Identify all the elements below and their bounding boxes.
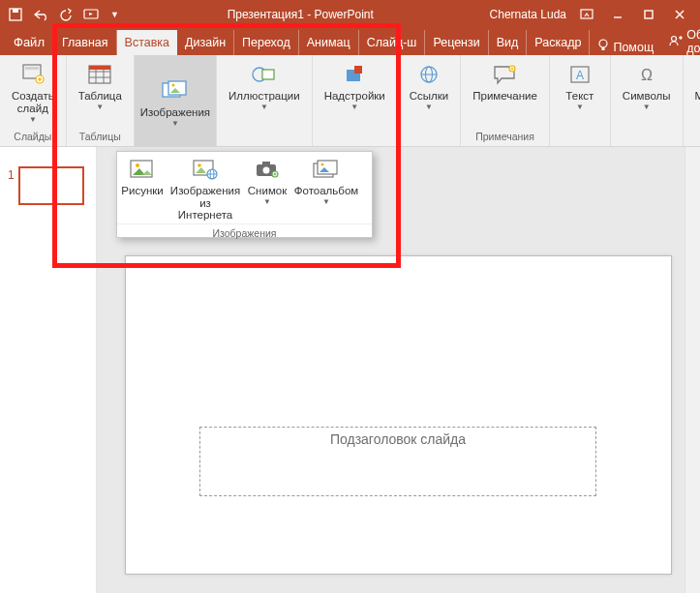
user-name[interactable]: Chernata Luda [482, 8, 574, 21]
chevron-down-icon: ▼ [260, 104, 268, 111]
table-label: Таблица [78, 90, 122, 103]
addins-icon [339, 61, 370, 88]
tell-me[interactable]: Помощ [590, 39, 661, 55]
group-comments-label: Примечания [475, 131, 534, 144]
group-images: Изображения ▼ [135, 55, 217, 146]
subtitle-placeholder[interactable]: Подзаголовок слайда [199, 427, 596, 496]
tab-storyboard[interactable]: Раскадр [527, 30, 590, 55]
pictures-button[interactable]: Рисунки [117, 152, 167, 223]
group-slides-label: Слайды [14, 131, 51, 144]
title-bar: ▼ Презентация1 - PowerPoint Chernata Lud… [0, 0, 700, 28]
svg-rect-5 [645, 11, 653, 18]
links-button[interactable]: Ссылки ▼ [404, 59, 455, 113]
tab-transitions[interactable]: Переход [234, 30, 299, 55]
new-slide-icon [17, 61, 48, 88]
svg-point-8 [599, 40, 607, 47]
popup-group-label: Изображения [117, 223, 372, 242]
photoalbum-button[interactable]: Фотоальбом ▼ [291, 152, 361, 223]
tab-animations[interactable]: Анимац [299, 30, 359, 55]
illustrations-label: Иллюстрации [228, 90, 300, 103]
tab-slideshow[interactable]: Слайд-ш [359, 30, 426, 55]
tab-insert[interactable]: Вставка [117, 30, 177, 55]
tell-me-label: Помощ [613, 41, 654, 54]
table-button[interactable]: Таблица ▼ [73, 59, 128, 113]
qat-more-icon[interactable]: ▼ [110, 10, 119, 19]
qat: ▼ [0, 7, 119, 22]
online-pictures-label-2: из Интернета [173, 197, 237, 222]
group-symbols: Ω Символы ▼ [611, 55, 684, 146]
links-label: Ссылки [410, 90, 449, 103]
svg-point-10 [672, 36, 677, 41]
svg-rect-1 [13, 9, 18, 13]
screenshot-button[interactable]: Снимок ▼ [243, 152, 291, 223]
ribbon-display-options-icon[interactable] [574, 0, 599, 28]
start-from-beginning-icon[interactable] [83, 8, 101, 21]
images-button[interactable]: Изображения ▼ [135, 55, 216, 146]
svg-point-55 [321, 163, 324, 166]
thumbnail-pane[interactable]: 1 [0, 147, 97, 593]
comment-label: Примечание [472, 90, 537, 103]
undo-icon[interactable] [33, 8, 50, 21]
images-icon [160, 77, 191, 104]
svg-text:Ω: Ω [641, 67, 653, 83]
camera-icon [251, 156, 284, 183]
symbols-label: Символы [623, 90, 671, 103]
pictures-label: Рисунки [121, 185, 163, 197]
tab-design[interactable]: Дизайн [177, 30, 234, 55]
chevron-down-icon: ▼ [29, 116, 37, 124]
ribbon: Создать слайд ▼ Слайды Таблица ▼ Таблицы… [0, 55, 700, 147]
group-illustrations: Иллюстрации ▼ [217, 55, 313, 146]
illustrations-button[interactable]: Иллюстрации ▼ [223, 59, 306, 113]
online-picture-icon [189, 156, 222, 183]
vertical-scrollbar[interactable] [685, 147, 700, 593]
chevron-down-icon: ▼ [643, 104, 651, 111]
group-addins: Надстройки ▼ [313, 55, 398, 146]
svg-point-41 [136, 163, 139, 167]
svg-point-43 [198, 163, 201, 167]
tab-review[interactable]: Рецензи [425, 30, 488, 55]
comment-icon [490, 61, 521, 88]
tab-home[interactable]: Главная [54, 30, 117, 55]
svg-text:A: A [576, 69, 584, 82]
new-slide-button[interactable]: Создать слайд ▼ [6, 59, 60, 126]
svg-rect-48 [262, 162, 270, 165]
photoalbum-label: Фотоальбом [294, 185, 358, 197]
redo-icon[interactable] [60, 8, 74, 21]
share-button[interactable]: Общий доступ [661, 28, 700, 55]
lightbulb-icon [597, 39, 609, 55]
table-icon [84, 61, 115, 88]
group-comments: Примечание Примечания [461, 55, 550, 146]
share-icon [669, 34, 683, 50]
slide-thumbnail[interactable] [18, 166, 84, 205]
textbox-icon: A [564, 61, 595, 88]
minimize-icon[interactable] [605, 0, 630, 28]
group-tables-label: Таблицы [79, 131, 121, 144]
comment-button[interactable]: Примечание [467, 59, 543, 104]
online-pictures-label-1: Изображения [170, 185, 240, 197]
addins-label: Надстройки [324, 90, 385, 103]
chevron-down-icon: ▼ [576, 104, 584, 111]
text-button[interactable]: A Текст ▼ [556, 59, 604, 113]
text-label: Текст [565, 90, 593, 103]
symbols-button[interactable]: Ω Символы ▼ [617, 59, 677, 113]
maximize-icon[interactable] [636, 0, 661, 28]
close-icon[interactable] [667, 0, 692, 28]
picture-icon [126, 156, 159, 183]
svg-rect-28 [262, 70, 274, 79]
save-icon[interactable] [8, 7, 23, 22]
svg-rect-9 [602, 47, 605, 50]
addins-button[interactable]: Надстройки ▼ [319, 59, 391, 113]
chevron-down-icon: ▼ [425, 104, 433, 111]
thumbnail-item[interactable]: 1 [0, 166, 96, 205]
chevron-down-icon: ▼ [322, 198, 330, 206]
chevron-down-icon: ▼ [96, 104, 104, 111]
tab-file[interactable]: Файл [4, 29, 54, 55]
slide-canvas[interactable]: Подзаголовок слайда [125, 255, 672, 575]
group-media: Мультимедиа ▼ [684, 55, 700, 146]
svg-rect-23 [89, 66, 110, 70]
online-pictures-button[interactable]: Изображения из Интернета [167, 152, 243, 223]
tab-view[interactable]: Вид [489, 30, 528, 55]
window-controls [574, 0, 700, 28]
group-slides: Создать слайд ▼ Слайды [0, 55, 67, 146]
media-button[interactable]: Мультимедиа ▼ [689, 59, 700, 113]
